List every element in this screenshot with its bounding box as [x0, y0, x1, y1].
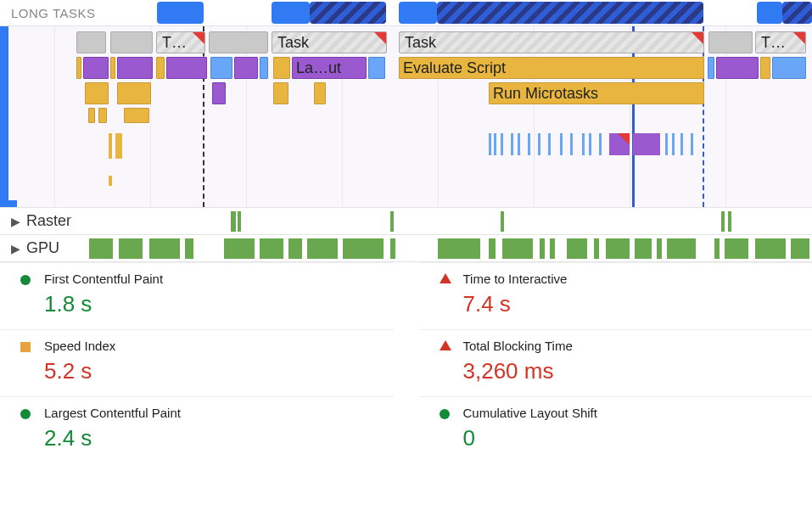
gpu-bar[interactable]	[149, 238, 180, 259]
flame-event[interactable]	[124, 108, 149, 123]
gpu-bar[interactable]	[725, 238, 748, 259]
flame-event[interactable]	[760, 57, 770, 79]
raster-bar[interactable]	[390, 211, 394, 232]
gpu-bar[interactable]	[594, 238, 599, 259]
gpu-bar[interactable]	[438, 238, 480, 259]
long-task-bar[interactable]	[437, 2, 703, 24]
status-good-icon	[440, 409, 450, 419]
flame-event-run-microtasks[interactable]: Run Microtasks	[489, 82, 704, 104]
long-task-bar[interactable]	[399, 2, 437, 24]
flame-event[interactable]	[156, 57, 165, 79]
metric-value: 1.8 s	[44, 291, 385, 317]
gpu-bar[interactable]	[185, 238, 193, 259]
gpu-bar[interactable]	[791, 238, 809, 259]
metric-fcp[interactable]: First Contentful Paint 1.8 s	[0, 262, 394, 329]
task-label: T…	[761, 34, 786, 51]
gpu-bar[interactable]	[550, 238, 555, 259]
disclosure-triangle-icon[interactable]: ▶	[11, 215, 20, 228]
gpu-bar[interactable]	[343, 238, 384, 259]
flame-event[interactable]	[633, 133, 660, 155]
flame-event[interactable]	[117, 82, 151, 104]
gpu-bar[interactable]	[567, 238, 587, 259]
track-label: Raster	[26, 212, 71, 230]
flame-event[interactable]	[210, 57, 232, 79]
task-segment[interactable]: Task	[272, 31, 387, 53]
task-segment[interactable]	[76, 31, 106, 53]
disclosure-triangle-icon[interactable]: ▶	[11, 242, 20, 255]
raster-bar[interactable]	[721, 211, 725, 232]
gpu-bar[interactable]	[755, 238, 786, 259]
flame-event[interactable]	[83, 57, 109, 79]
flame-event[interactable]	[234, 57, 258, 79]
long-task-bar[interactable]	[782, 2, 812, 24]
gpu-bar[interactable]	[540, 238, 545, 259]
metric-label: Speed Index	[44, 339, 385, 353]
status-good-icon	[20, 409, 31, 419]
task-segment[interactable]	[708, 31, 753, 53]
metric-label: Time to Interactive	[463, 272, 804, 286]
long-task-bar[interactable]	[757, 2, 782, 24]
metric-lcp[interactable]: Largest Contentful Paint 2.4 s	[0, 396, 394, 463]
activity-track: La…ut Evaluate Script	[76, 57, 812, 79]
gpu-bar[interactable]	[390, 238, 395, 259]
long-tasks-row: LONG TASKS	[0, 0, 812, 25]
gpu-bar[interactable]	[667, 238, 696, 259]
gpu-bar[interactable]	[307, 238, 338, 259]
task-segment[interactable]	[110, 31, 153, 53]
flame-event[interactable]	[273, 57, 290, 79]
metric-speed-index[interactable]: Speed Index 5.2 s	[0, 329, 394, 396]
gpu-bar[interactable]	[657, 238, 662, 259]
metric-tti[interactable]: Time to Interactive 7.4 s	[419, 262, 813, 329]
main-thread-flame[interactable]: T… Task Task T… La…ut	[0, 25, 812, 208]
flame-event[interactable]	[110, 57, 115, 79]
flame-event[interactable]	[98, 108, 107, 123]
flame-event[interactable]	[88, 108, 95, 123]
task-segment[interactable]: Task	[399, 31, 704, 53]
raster-bar[interactable]	[501, 211, 504, 232]
raster-bar[interactable]	[238, 211, 241, 232]
gpu-bar[interactable]	[260, 238, 283, 259]
flame-event[interactable]	[716, 57, 759, 79]
flame-event[interactable]	[609, 133, 630, 155]
gpu-track[interactable]: ▶ GPU	[0, 235, 812, 262]
metric-value: 7.4 s	[463, 291, 804, 317]
gpu-bar[interactable]	[606, 238, 630, 259]
long-task-bar[interactable]	[272, 2, 310, 24]
flame-event-evaluate-script[interactable]: Evaluate Script	[399, 57, 704, 79]
gpu-bar[interactable]	[635, 238, 652, 259]
gpu-bar[interactable]	[502, 238, 533, 259]
event-label: La…ut	[296, 59, 341, 76]
gpu-bar[interactable]	[224, 238, 255, 259]
raster-bar[interactable]	[231, 211, 236, 232]
flame-event[interactable]	[212, 82, 226, 104]
flame-event[interactable]	[772, 57, 806, 79]
gpu-bar[interactable]	[714, 238, 720, 259]
task-label: Task	[277, 34, 309, 51]
task-segment[interactable]: T…	[755, 31, 806, 53]
flame-event[interactable]	[260, 57, 268, 79]
task-segment[interactable]	[209, 31, 268, 53]
raster-track[interactable]: ▶ Raster	[0, 208, 812, 235]
flame-event[interactable]	[368, 57, 385, 79]
long-task-bar[interactable]	[157, 2, 204, 24]
flame-event[interactable]	[166, 57, 207, 79]
flame-event[interactable]	[76, 57, 81, 79]
long-task-bar[interactable]	[310, 2, 386, 24]
warning-icon	[193, 32, 204, 44]
metric-label: Cumulative Layout Shift	[463, 406, 804, 420]
flame-event[interactable]: La…ut	[292, 57, 367, 79]
flame-event[interactable]	[273, 82, 288, 104]
flame-event[interactable]	[314, 82, 326, 104]
gpu-bar[interactable]	[489, 238, 496, 259]
flame-event[interactable]	[117, 57, 153, 79]
raster-bar[interactable]	[728, 211, 731, 232]
gpu-bar[interactable]	[89, 238, 113, 259]
metric-cls[interactable]: Cumulative Layout Shift 0	[419, 396, 813, 463]
gpu-bar[interactable]	[119, 238, 143, 259]
metric-tbt[interactable]: Total Blocking Time 3,260 ms	[419, 329, 813, 396]
flame-event[interactable]	[708, 57, 714, 79]
gpu-bar[interactable]	[288, 238, 302, 259]
task-segment[interactable]: T…	[156, 31, 205, 53]
flame-event[interactable]	[85, 82, 109, 104]
warning-icon	[618, 133, 630, 145]
